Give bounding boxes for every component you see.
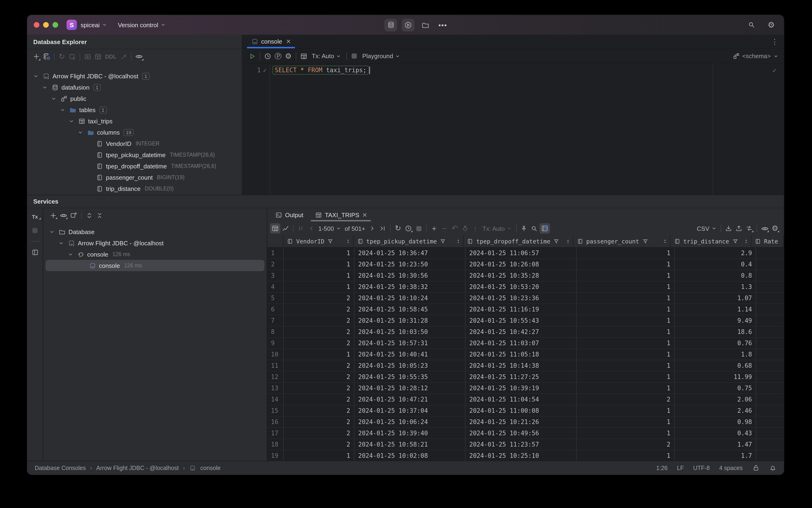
- tree-item-console[interactable]: console126 ms: [45, 260, 264, 271]
- data-cell[interactable]: [756, 405, 784, 416]
- column-header-rate[interactable]: Rate: [751, 236, 784, 247]
- revert-button[interactable]: ↶: [450, 223, 460, 234]
- notifications-bell-icon[interactable]: [769, 463, 776, 473]
- column-header-passenger_count[interactable]: passenger_count: [574, 236, 671, 247]
- chevron-down-icon[interactable]: [41, 82, 48, 92]
- data-cell[interactable]: [756, 327, 784, 337]
- data-cell[interactable]: 2: [284, 315, 354, 326]
- data-cell[interactable]: 1: [284, 282, 354, 292]
- data-cell[interactable]: 2024-01-25 10:55:35: [354, 372, 465, 382]
- data-cell[interactable]: [756, 428, 784, 438]
- data-cell[interactable]: 1: [577, 327, 675, 337]
- data-cell[interactable]: 2024-01-25 10:23:36: [465, 293, 577, 303]
- data-cell[interactable]: 1: [284, 270, 354, 281]
- data-cell[interactable]: [756, 270, 784, 281]
- tree-item-passenger-count[interactable]: passenger_countBIGINT(19): [27, 172, 242, 183]
- data-cell[interactable]: 2024-01-25 11:16:19: [465, 304, 577, 315]
- tree-item-console[interactable]: console126 ms: [43, 249, 267, 260]
- data-cell[interactable]: 2024-01-25 11:04:54: [465, 394, 577, 405]
- grid-view-button[interactable]: [270, 223, 280, 234]
- data-cell[interactable]: 2024-01-25 10:36:47: [354, 248, 465, 258]
- results-tx-selector[interactable]: Tx: Auto: [483, 223, 512, 234]
- data-cell[interactable]: 2: [284, 338, 354, 348]
- project-menu[interactable]: spiceai: [81, 20, 107, 30]
- tree-item-database[interactable]: Database: [43, 226, 267, 237]
- data-cell[interactable]: 0.8: [675, 270, 756, 281]
- sort-icon[interactable]: [743, 239, 749, 244]
- data-cell[interactable]: 2024-01-25 11:05:18: [465, 349, 577, 360]
- row-number-cell[interactable]: 7: [267, 315, 284, 326]
- close-window-button[interactable]: [34, 22, 39, 28]
- row-number-cell[interactable]: 6: [267, 304, 284, 315]
- data-cell[interactable]: 2: [284, 428, 354, 438]
- first-page-button[interactable]: [296, 223, 306, 234]
- data-cell[interactable]: 2: [284, 327, 354, 337]
- open-in-new-tab-button[interactable]: [69, 210, 79, 220]
- sort-icon[interactable]: [663, 239, 668, 244]
- data-cell[interactable]: 1.14: [675, 304, 756, 315]
- row-number-cell[interactable]: 4: [267, 282, 284, 292]
- row-number-cell[interactable]: 11: [267, 360, 284, 371]
- sort-icon[interactable]: [346, 239, 351, 244]
- data-cell[interactable]: 0.4: [675, 259, 756, 270]
- stop-button[interactable]: [349, 51, 359, 61]
- export-button[interactable]: [734, 223, 744, 234]
- data-cell[interactable]: 2.9: [675, 248, 756, 258]
- data-cell[interactable]: 2024-01-25 10:26:08: [465, 259, 577, 270]
- column-header-trip_distance[interactable]: trip_distance: [671, 236, 752, 247]
- sort-icon[interactable]: [456, 239, 461, 244]
- data-cell[interactable]: 1: [284, 248, 354, 258]
- data-cell[interactable]: 11.99: [675, 372, 756, 382]
- tree-item-taxi-trips[interactable]: taxi_trips: [27, 115, 242, 127]
- data-cell[interactable]: 1: [577, 349, 675, 360]
- row-number-cell[interactable]: 9: [267, 338, 284, 348]
- data-cell[interactable]: [756, 383, 784, 393]
- data-cell[interactable]: [756, 394, 784, 405]
- auto-refresh-button[interactable]: [403, 223, 413, 234]
- row-number-cell[interactable]: 8: [267, 327, 284, 337]
- reload-page-button[interactable]: ↻: [393, 223, 403, 234]
- data-cell[interactable]: 2: [577, 439, 675, 450]
- chevron-down-icon[interactable]: [48, 226, 55, 237]
- data-cell[interactable]: [756, 259, 784, 270]
- data-cell[interactable]: [756, 417, 784, 427]
- delete-row-button[interactable]: −: [439, 223, 450, 234]
- tree-item-tpep-pickup-datetime[interactable]: tpep_pickup_datetimeTIMESTAMP(26,6): [27, 149, 242, 160]
- column-header-tpep_pickup_datetime[interactable]: tpep_pickup_datetime: [354, 236, 464, 247]
- playground-selector[interactable]: Playground: [362, 51, 400, 61]
- chevron-down-icon[interactable]: [66, 249, 74, 259]
- data-cell[interactable]: 2: [284, 293, 354, 303]
- find-in-grid-button[interactable]: [529, 223, 539, 234]
- data-cell[interactable]: 1: [577, 360, 675, 371]
- tree-item-datafusion[interactable]: datafusion1: [27, 82, 242, 93]
- data-cell[interactable]: 2024-01-25 10:39:40: [354, 428, 465, 438]
- column-header-tpep_dropoff_datetime[interactable]: tpep_dropoff_datetime: [464, 236, 574, 247]
- tx-mode-selector[interactable]: Tx: Auto: [312, 51, 341, 61]
- sql-statement[interactable]: SELECT * FROM taxi_trips;: [272, 66, 370, 75]
- data-cell[interactable]: 1: [577, 259, 675, 270]
- data-cell[interactable]: 1: [577, 248, 675, 258]
- line-ending-widget[interactable]: LF: [677, 465, 684, 471]
- export-format-selector[interactable]: CSV: [697, 223, 716, 234]
- data-cell[interactable]: 2024-01-25 11:23:57: [465, 439, 577, 450]
- row-number-cell[interactable]: 10: [267, 349, 284, 360]
- data-cell[interactable]: 2024-01-25 11:06:57: [465, 248, 577, 258]
- datasource-properties-button[interactable]: [41, 51, 52, 62]
- submit-button[interactable]: [460, 223, 470, 234]
- data-cell[interactable]: 1: [284, 349, 354, 360]
- filter-panel-button[interactable]: [539, 223, 550, 234]
- tree-item-columns[interactable]: columns19: [27, 127, 242, 138]
- data-cell[interactable]: 18.6: [675, 327, 756, 337]
- close-tab-icon[interactable]: ✕: [362, 211, 367, 218]
- row-number-cell[interactable]: 15: [267, 405, 284, 416]
- stop-process-button[interactable]: [30, 225, 40, 236]
- data-cell[interactable]: [756, 248, 784, 258]
- search-everywhere-button[interactable]: [747, 20, 757, 30]
- tab-console[interactable]: console ✕: [247, 35, 295, 48]
- data-cell[interactable]: 2024-01-25 10:38:32: [354, 282, 465, 292]
- chevron-down-icon[interactable]: [59, 104, 66, 115]
- caret-position-widget[interactable]: 1:26: [656, 465, 668, 471]
- data-cell[interactable]: 1: [577, 270, 675, 281]
- compare-button[interactable]: [744, 223, 754, 234]
- data-cell[interactable]: 1: [577, 282, 675, 292]
